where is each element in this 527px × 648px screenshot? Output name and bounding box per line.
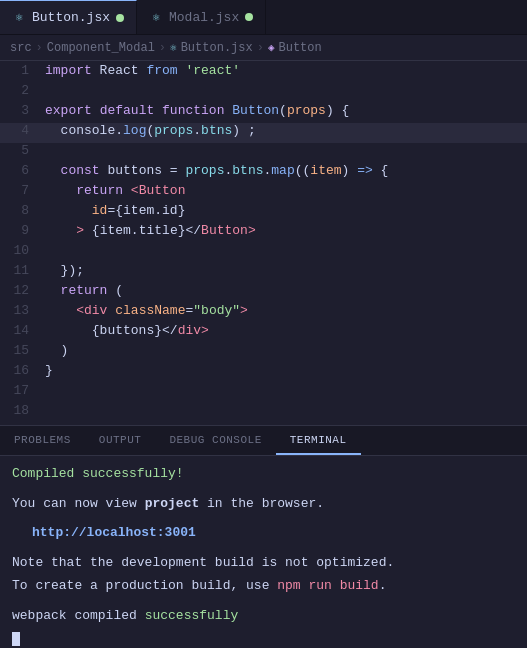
line-number: 16 bbox=[0, 363, 45, 378]
breadcrumb-button: Button bbox=[279, 41, 322, 55]
line-number: 9 bbox=[0, 223, 45, 238]
tab-button-jsx[interactable]: ⚛ Button.jsx bbox=[0, 0, 137, 34]
code-line-1: 1import React from 'react' bbox=[0, 63, 527, 83]
line-number: 10 bbox=[0, 243, 45, 258]
line-content: const buttons = props.btns.map((item) =>… bbox=[45, 163, 527, 178]
code-line-13: 13 <div className="body"> bbox=[0, 303, 527, 323]
react-icon: ⚛ bbox=[149, 10, 163, 24]
terminal-line bbox=[12, 629, 515, 648]
terminal-panel[interactable]: Compiled successfully! You can now view … bbox=[0, 456, 527, 648]
line-content: return ( bbox=[45, 283, 527, 298]
breadcrumb-button-jsx: Button.jsx bbox=[181, 41, 253, 55]
line-content: {buttons}</div> bbox=[45, 323, 527, 338]
line-number: 11 bbox=[0, 263, 45, 278]
component-icon: ◈ bbox=[268, 41, 275, 54]
react-icon: ⚛ bbox=[12, 11, 26, 25]
code-line-15: 15 ) bbox=[0, 343, 527, 363]
line-number: 3 bbox=[0, 103, 45, 118]
line-content: return <Button bbox=[45, 183, 527, 198]
code-line-5: 5 bbox=[0, 143, 527, 163]
line-number: 7 bbox=[0, 183, 45, 198]
line-number: 1 bbox=[0, 63, 45, 78]
code-line-18: 18 bbox=[0, 403, 527, 423]
line-content: export default function Button(props) { bbox=[45, 103, 527, 118]
line-number: 5 bbox=[0, 143, 45, 158]
code-line-10: 10 bbox=[0, 243, 527, 263]
breadcrumb-sep: › bbox=[159, 41, 166, 55]
code-line-11: 11 }); bbox=[0, 263, 527, 283]
code-line-16: 16} bbox=[0, 363, 527, 383]
line-content: }); bbox=[45, 263, 527, 278]
terminal-line: webpack compiled successfully bbox=[12, 606, 515, 626]
breadcrumb: src › Component_Modal › ⚛ Button.jsx › ◈… bbox=[0, 35, 527, 61]
terminal-cursor bbox=[12, 632, 20, 646]
line-number: 18 bbox=[0, 403, 45, 418]
line-content: <div className="body"> bbox=[45, 303, 527, 318]
code-line-14: 14 {buttons}</div> bbox=[0, 323, 527, 343]
terminal-line: http://localhost:3001 bbox=[12, 523, 515, 543]
tab-problems[interactable]: PROBLEMS bbox=[0, 426, 85, 455]
line-number: 14 bbox=[0, 323, 45, 338]
tab-modified-indicator bbox=[116, 14, 124, 22]
code-line-4: 4 console.log(props.btns) ; bbox=[0, 123, 527, 143]
breadcrumb-src: src bbox=[10, 41, 32, 55]
code-line-6: 6 const buttons = props.btns.map((item) … bbox=[0, 163, 527, 183]
line-number: 15 bbox=[0, 343, 45, 358]
line-number: 6 bbox=[0, 163, 45, 178]
line-number: 17 bbox=[0, 383, 45, 398]
code-line-7: 7 return <Button bbox=[0, 183, 527, 203]
code-line-17: 17 bbox=[0, 383, 527, 403]
line-number: 8 bbox=[0, 203, 45, 218]
code-line-9: 9 > {item.title}</Button> bbox=[0, 223, 527, 243]
panel-tab-bar: PROBLEMS OUTPUT DEBUG CONSOLE TERMINAL bbox=[0, 426, 527, 456]
terminal-line: Note that the development build is not o… bbox=[12, 553, 515, 573]
tab-modal-jsx[interactable]: ⚛ Modal.jsx bbox=[137, 0, 266, 34]
code-editor[interactable]: 1import React from 'react'23export defau… bbox=[0, 61, 527, 425]
line-content: } bbox=[45, 363, 527, 378]
line-content: console.log(props.btns) ; bbox=[45, 123, 527, 138]
terminal-line: Compiled successfully! bbox=[12, 464, 515, 484]
tab-terminal[interactable]: TERMINAL bbox=[276, 426, 361, 455]
tab-output[interactable]: OUTPUT bbox=[85, 426, 156, 455]
line-number: 4 bbox=[0, 123, 45, 138]
tab-debug-console[interactable]: DEBUG CONSOLE bbox=[155, 426, 275, 455]
tab-modified-indicator bbox=[245, 13, 253, 21]
line-content: ) bbox=[45, 343, 527, 358]
tab-bar: ⚛ Button.jsx ⚛ Modal.jsx bbox=[0, 0, 527, 35]
file-icon: ⚛ bbox=[170, 41, 177, 54]
code-line-2: 2 bbox=[0, 83, 527, 103]
line-number: 12 bbox=[0, 283, 45, 298]
breadcrumb-sep: › bbox=[257, 41, 264, 55]
line-number: 13 bbox=[0, 303, 45, 318]
breadcrumb-component-modal: Component_Modal bbox=[47, 41, 155, 55]
line-content: > {item.title}</Button> bbox=[45, 223, 527, 238]
code-line-12: 12 return ( bbox=[0, 283, 527, 303]
terminal-line: To create a production build, use npm ru… bbox=[12, 576, 515, 596]
tab-label: Modal.jsx bbox=[169, 10, 239, 25]
line-content: id={item.id} bbox=[45, 203, 527, 218]
code-line-8: 8 id={item.id} bbox=[0, 203, 527, 223]
line-number: 2 bbox=[0, 83, 45, 98]
breadcrumb-sep: › bbox=[36, 41, 43, 55]
code-line-3: 3export default function Button(props) { bbox=[0, 103, 527, 123]
line-content: import React from 'react' bbox=[45, 63, 527, 78]
terminal-line: You can now view project in the browser. bbox=[12, 494, 515, 514]
tab-label: Button.jsx bbox=[32, 10, 110, 25]
